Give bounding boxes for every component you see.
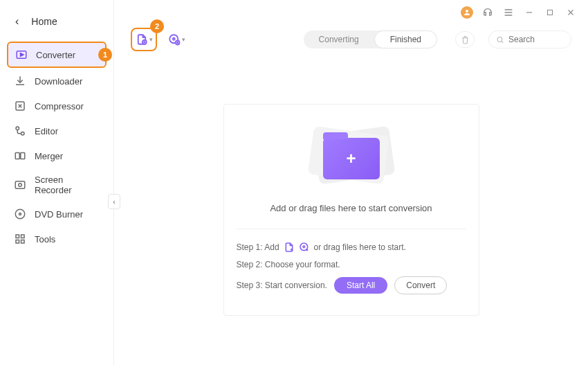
step-3: Step 3: Start conversion. Start All Conv…: [237, 276, 466, 294]
sidebar-item-label: Merger: [35, 151, 63, 161]
avatar-icon[interactable]: [461, 6, 473, 19]
svg-point-8: [19, 184, 22, 187]
chevron-down-icon: ▾: [182, 36, 185, 43]
callout-badge-1: 1: [98, 48, 112, 62]
editor-icon: [14, 125, 26, 137]
sidebar-item-label: Editor: [35, 126, 58, 136]
svg-rect-13: [16, 240, 19, 244]
sidebar-item-label: Downloader: [35, 76, 82, 87]
add-disc-icon[interactable]: [299, 242, 310, 253]
svg-rect-7: [15, 181, 25, 189]
svg-rect-5: [15, 153, 19, 159]
folder-icon: +: [323, 138, 380, 179]
step-1: Step 1: Add or drag files here to start.: [237, 242, 466, 253]
home-label[interactable]: Home: [31, 16, 57, 27]
add-file-icon[interactable]: [284, 242, 295, 253]
svg-point-23: [303, 246, 305, 248]
sidebar-item-label: Tools: [35, 234, 55, 244]
sidebar-item-merger[interactable]: Merger: [7, 144, 107, 168]
status-segment: Converting Finished: [304, 30, 437, 48]
sidebar-item-downloader[interactable]: Downloader: [7, 69, 107, 93]
search-input[interactable]: [508, 35, 564, 44]
download-icon: [14, 75, 26, 87]
svg-rect-6: [21, 153, 25, 159]
compressor-icon: [14, 100, 26, 112]
titlebar: [114, 0, 588, 21]
svg-point-21: [497, 37, 502, 42]
step-2: Step 2: Choose your format.: [237, 260, 466, 269]
svg-point-19: [172, 38, 174, 40]
support-icon[interactable]: [481, 6, 494, 19]
back-button[interactable]: ‹: [15, 15, 19, 28]
sidebar-item-dvd-burner[interactable]: DVD Burner: [7, 202, 107, 226]
chevron-down-icon: ▾: [149, 36, 153, 43]
convert-button[interactable]: Convert: [394, 276, 447, 294]
merger-icon: [14, 150, 26, 162]
sidebar-item-label: Screen Recorder: [35, 175, 100, 195]
sidebar-item-screen-recorder[interactable]: Screen Recorder: [7, 169, 107, 201]
sidebar: ‹ Home Converter 1 Downloader: [0, 0, 114, 365]
maximize-icon[interactable]: [544, 6, 556, 19]
folder-illustration: +: [237, 124, 466, 193]
svg-point-4: [21, 132, 25, 136]
sidebar-item-label: DVD Burner: [35, 209, 83, 220]
dropzone[interactable]: + Add or drag files here to start conver…: [223, 104, 479, 316]
svg-rect-16: [548, 10, 553, 15]
main-panel: ▾ 2 ▾ Converting Finished: [114, 0, 588, 365]
dvd-icon: [14, 208, 26, 220]
collapse-sidebar-button[interactable]: ‹: [108, 194, 120, 209]
sidebar-item-editor[interactable]: Editor: [7, 119, 107, 143]
search-box[interactable]: [488, 30, 571, 48]
converter-icon: [15, 48, 28, 61]
close-icon[interactable]: [564, 6, 577, 19]
steps-panel: Step 1: Add or drag files here to start.…: [237, 229, 466, 294]
add-disc-button[interactable]: ▾: [165, 28, 187, 51]
tab-finished[interactable]: Finished: [374, 30, 437, 48]
sidebar-item-label: Converter: [36, 50, 75, 60]
start-all-button[interactable]: Start All: [334, 277, 387, 294]
callout-badge-2: 2: [150, 19, 164, 33]
sidebar-item-label: Compressor: [35, 101, 84, 112]
svg-point-22: [300, 243, 308, 251]
tools-icon: [14, 233, 26, 245]
search-icon: [496, 35, 504, 44]
menu-icon[interactable]: [502, 6, 515, 19]
svg-point-3: [16, 127, 19, 130]
svg-point-15: [466, 10, 468, 12]
svg-point-9: [15, 209, 25, 219]
dropzone-text: Add or drag files here to start conversi…: [237, 203, 466, 229]
recorder-icon: [14, 179, 26, 191]
sidebar-item-converter[interactable]: Converter 1: [7, 42, 107, 68]
svg-point-10: [19, 213, 21, 215]
svg-marker-1: [21, 53, 24, 57]
toolbar: ▾ 2 ▾ Converting Finished: [114, 21, 588, 62]
sidebar-item-tools[interactable]: Tools: [7, 227, 107, 251]
trash-button[interactable]: [455, 31, 475, 48]
svg-rect-14: [21, 240, 25, 244]
tab-converting[interactable]: Converting: [304, 30, 374, 48]
sidebar-item-compressor[interactable]: Compressor: [7, 94, 107, 118]
svg-rect-11: [16, 235, 19, 238]
svg-rect-12: [21, 235, 25, 238]
minimize-icon[interactable]: [523, 6, 535, 19]
